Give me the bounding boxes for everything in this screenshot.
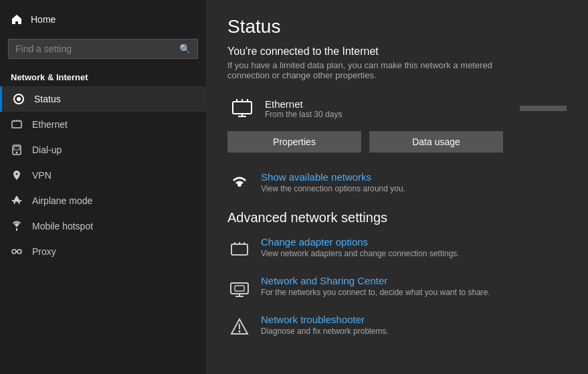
- ethernet-info: Ethernet From the last 30 days: [265, 98, 520, 119]
- home-label: Home: [31, 14, 56, 25]
- dialup-label: Dial-up: [32, 145, 62, 155]
- page-title: Status: [227, 16, 567, 37]
- sidebar-item-airplane[interactable]: Airplane mode: [0, 188, 206, 213]
- svg-point-9: [12, 250, 16, 254]
- svg-point-7: [16, 152, 18, 154]
- dialup-icon: [11, 144, 23, 156]
- sidebar-item-dialup[interactable]: Dial-up: [0, 137, 206, 163]
- troubleshooter-title[interactable]: Network troubleshooter: [261, 314, 389, 325]
- ethernet-label: Ethernet: [32, 119, 68, 130]
- ethernet-card: Ethernet From the last 30 days: [227, 94, 567, 123]
- advanced-header: Advanced network settings: [227, 210, 567, 225]
- sidebar-item-vpn[interactable]: VPN: [0, 163, 206, 188]
- hotspot-label: Mobile hotspot: [32, 221, 93, 231]
- home-icon: [11, 13, 23, 25]
- sharing-icon: [227, 276, 252, 300]
- ethernet-card-name: Ethernet: [265, 98, 520, 110]
- svg-rect-8: [14, 147, 19, 150]
- sharing-title[interactable]: Network and Sharing Center: [261, 275, 490, 286]
- show-networks-title[interactable]: Show available networks: [261, 171, 405, 183]
- airplane-icon: [11, 195, 23, 207]
- vpn-icon: [11, 169, 23, 181]
- svg-point-10: [17, 250, 21, 254]
- show-networks-icon: [227, 173, 252, 197]
- properties-button[interactable]: Properties: [227, 131, 361, 153]
- status-icon: [13, 93, 25, 105]
- airplane-label: Airplane mode: [32, 195, 92, 206]
- ethernet-card-sub: From the last 30 days: [265, 110, 520, 119]
- svg-rect-22: [231, 283, 248, 294]
- adapter-icon: [227, 238, 252, 262]
- search-button[interactable]: 🔍: [179, 43, 191, 54]
- troubleshooter-icon: [227, 315, 252, 339]
- sidebar-item-home[interactable]: Home: [0, 5, 206, 33]
- svg-rect-18: [231, 244, 248, 255]
- sidebar-item-proxy[interactable]: Proxy: [0, 239, 206, 264]
- sidebar-item-hotspot[interactable]: Mobile hotspot: [0, 213, 206, 239]
- show-networks-option[interactable]: Show available networks View the connect…: [227, 171, 567, 197]
- data-usage-button[interactable]: Data usage: [369, 131, 503, 153]
- sharing-text: Network and Sharing Center For the netwo…: [261, 275, 490, 297]
- svg-point-1: [17, 97, 21, 101]
- main-content: Status You're connected to the Internet …: [206, 0, 588, 374]
- troubleshooter-text: Network troubleshooter Diagnose and fix …: [261, 314, 389, 336]
- status-label: Status: [34, 94, 61, 104]
- svg-rect-12: [233, 102, 252, 114]
- ethernet-usage-badge: [520, 106, 567, 111]
- sharing-desc: For the networks you connect to, decide …: [261, 288, 490, 297]
- proxy-label: Proxy: [32, 246, 56, 257]
- status-desc: If you have a limited data plan, you can…: [227, 60, 508, 80]
- show-networks-desc: View the connection options around you.: [261, 184, 405, 193]
- sidebar-item-ethernet[interactable]: Ethernet: [0, 112, 206, 137]
- sharing-center-option[interactable]: Network and Sharing Center For the netwo…: [227, 275, 567, 300]
- svg-point-26: [239, 331, 241, 333]
- status-subtitle: You're connected to the Internet: [227, 45, 567, 58]
- troubleshooter-desc: Diagnose and fix network problems.: [261, 326, 389, 336]
- sidebar-item-status[interactable]: Status: [0, 86, 206, 112]
- show-networks-text: Show available networks View the connect…: [261, 171, 405, 193]
- ethernet-nav-icon: [11, 118, 23, 130]
- search-input[interactable]: [15, 43, 179, 54]
- troubleshooter-option[interactable]: Network troubleshooter Diagnose and fix …: [227, 314, 567, 339]
- adapter-title[interactable]: Change adapter options: [261, 236, 460, 248]
- action-buttons: Properties Data usage: [227, 131, 567, 153]
- sidebar: Home 🔍 Network & Internet Status Etherne…: [0, 0, 206, 374]
- svg-rect-2: [12, 121, 21, 128]
- vpn-label: VPN: [32, 170, 52, 181]
- proxy-icon: [11, 246, 23, 258]
- sidebar-section-label: Network & Internet: [0, 67, 206, 86]
- hotspot-icon: [11, 220, 23, 232]
- svg-rect-23: [235, 286, 244, 291]
- search-box[interactable]: 🔍: [8, 39, 198, 59]
- adapter-desc: View network adapters and change connect…: [261, 249, 460, 258]
- change-adapter-option[interactable]: Change adapter options View network adap…: [227, 236, 567, 262]
- ethernet-card-icon: [227, 94, 257, 123]
- adapter-text: Change adapter options View network adap…: [261, 236, 460, 258]
